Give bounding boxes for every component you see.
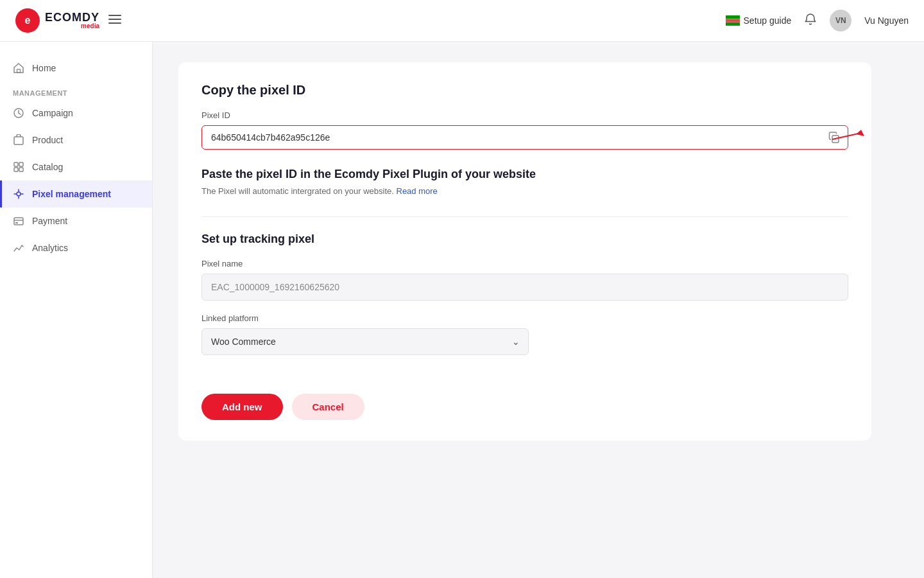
svg-rect-14: [19, 162, 23, 166]
pixel-id-label: Pixel ID: [201, 110, 848, 120]
paste-title: Paste the pixel ID in the Ecomdy Pixel P…: [201, 168, 848, 181]
pixel-name-input[interactable]: [201, 274, 848, 301]
campaign-icon: [13, 107, 24, 119]
button-row: Add new Cancel: [201, 394, 848, 420]
product-icon: [13, 134, 24, 146]
sidebar-catalog-label: Catalog: [32, 162, 63, 172]
sidebar: Home Management Campaign Product: [0, 42, 153, 578]
pixel-name-label: Pixel name: [201, 259, 848, 268]
divider: [201, 216, 848, 217]
svg-rect-3: [108, 19, 121, 20]
svg-marker-22: [856, 130, 864, 136]
platform-select-wrapper: Woo Commerce Shopify Custom ⌄: [201, 328, 529, 355]
paste-desc: The Pixel will automatic intergrated on …: [201, 186, 848, 196]
read-more-link[interactable]: Read more: [397, 186, 438, 196]
cancel-button[interactable]: Cancel: [292, 394, 364, 420]
svg-rect-18: [14, 218, 23, 225]
hamburger-menu[interactable]: [108, 13, 121, 29]
payment-icon: [13, 215, 24, 227]
header-right: Setup guide VN Vu Nguyen: [726, 10, 909, 31]
management-section-label: Management: [0, 82, 152, 100]
content-card: Copy the pixel ID Pixel ID: [178, 62, 871, 441]
svg-rect-19: [15, 222, 18, 223]
setup-guide-label: Setup guide: [744, 15, 792, 26]
tracking-title: Set up tracking pixel: [201, 232, 848, 246]
avatar: VN: [830, 10, 851, 31]
setup-guide-button[interactable]: Setup guide: [726, 15, 792, 26]
layout: Home Management Campaign Product: [0, 42, 924, 578]
logo-sub: media: [45, 23, 99, 30]
svg-rect-15: [14, 168, 18, 171]
sidebar-payment-label: Payment: [32, 216, 67, 226]
svg-rect-7: [726, 22, 740, 26]
sidebar-item-catalog[interactable]: Catalog: [0, 153, 152, 180]
sidebar-product-label: Product: [32, 135, 63, 145]
flag-icon: [726, 15, 740, 26]
sidebar-pixel-label: Pixel management: [32, 189, 111, 199]
main-content: Copy the pixel ID Pixel ID: [153, 42, 924, 578]
home-icon: [13, 62, 24, 74]
sidebar-item-home[interactable]: Home: [0, 55, 152, 82]
sidebar-campaign-label: Campaign: [32, 108, 73, 118]
platform-select[interactable]: Woo Commerce Shopify Custom: [201, 328, 529, 355]
svg-point-17: [17, 192, 21, 196]
add-new-button[interactable]: Add new: [201, 394, 283, 420]
svg-rect-13: [14, 162, 18, 166]
notification-bell[interactable]: [804, 13, 817, 28]
svg-text:e: e: [25, 15, 31, 26]
logo[interactable]: e ECOMDY media: [15, 8, 99, 33]
svg-rect-2: [108, 15, 121, 16]
logo-name: ECOMDY: [45, 12, 99, 23]
sidebar-item-pixel-management[interactable]: Pixel management: [0, 180, 152, 207]
header: e ECOMDY media Setup gu: [0, 0, 924, 42]
svg-rect-16: [19, 168, 23, 171]
pixel-id-input[interactable]: [201, 125, 848, 150]
logo-icon: e: [15, 8, 40, 33]
username: Vu Nguyen: [864, 15, 909, 26]
bell-icon: [804, 13, 817, 26]
copy-pixel-title: Copy the pixel ID: [201, 83, 848, 98]
analytics-icon: [13, 242, 24, 254]
pixel-icon: [13, 188, 24, 200]
linked-platform-label: Linked platform: [201, 313, 848, 323]
svg-rect-9: [726, 19, 740, 22]
logo-area: e ECOMDY media: [15, 8, 121, 33]
sidebar-item-analytics[interactable]: Analytics: [0, 234, 152, 261]
sidebar-home-label: Home: [32, 63, 56, 73]
paste-section: Paste the pixel ID in the Ecomdy Pixel P…: [201, 168, 848, 196]
svg-rect-4: [108, 22, 121, 24]
sidebar-item-product[interactable]: Product: [0, 127, 152, 153]
svg-rect-12: [14, 137, 23, 144]
svg-rect-6: [726, 15, 740, 19]
sidebar-item-campaign[interactable]: Campaign: [0, 100, 152, 127]
sidebar-item-payment[interactable]: Payment: [0, 207, 152, 234]
arrow-indicator: [829, 127, 868, 148]
sidebar-analytics-label: Analytics: [32, 243, 68, 253]
catalog-icon: [13, 161, 24, 173]
